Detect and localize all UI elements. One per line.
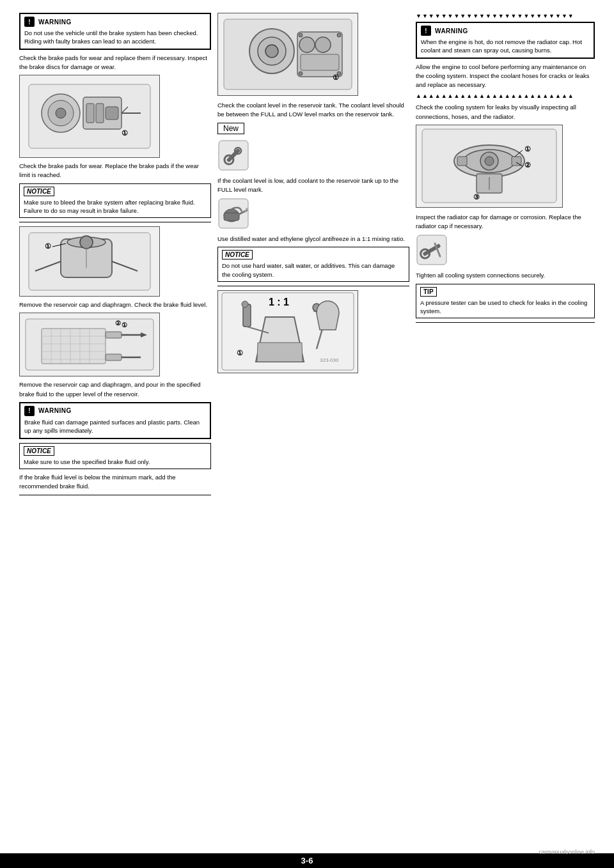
wrench-icon-1 [217,139,249,171]
svg-point-46 [299,33,303,37]
svg-point-41 [265,45,278,58]
pour-icon-box [217,198,409,231]
svg-rect-6 [96,104,104,123]
svg-text:1 : 1: 1 : 1 [269,297,289,307]
warning-title-3: WARNING [435,27,468,35]
warning-icon-3: ! [421,26,431,36]
body-text-left-1: Check the brake pads for wear and replac… [19,54,211,72]
svg-rect-45 [301,54,339,70]
svg-rect-57 [224,213,239,221]
column-middle: ① Check the coolant level in the reservo… [217,13,409,499]
separator-right [416,322,595,323]
svg-text:①: ① [122,129,128,137]
warning-header-3: ! WARNING [421,26,590,36]
tool-icon-box-2 [416,234,595,267]
radiator-cap-svg: ① ② ③ [419,126,560,206]
notice-text-1: Make sure to bleed the brake system afte… [24,198,207,215]
notice-header-1: NOTICE [24,187,207,196]
svg-text:①: ① [524,145,531,153]
warning-box-2: ! WARNING Brake fluid can damage painted… [19,402,211,439]
warning-icon-1: ! [24,17,35,27]
svg-point-65 [242,301,248,307]
svg-point-47 [337,33,341,37]
new-label-container: New [217,123,409,137]
notice-header-3: NOTICE [222,250,405,260]
page-number-bar: 3-6 [0,853,614,868]
column-left: ! WARNING Do not use the vehicle until t… [19,13,211,499]
column-right: ▼▼▼▼▼▼▼▼▼▼▼▼▼▼▼▼▼▼▼▼▼▼▼▼▼ ! WARNING When… [416,13,595,499]
page-container: ! WARNING Do not use the vehicle until t… [0,0,614,868]
tip-box: TIP A pressure tester can be used to che… [416,284,595,319]
warning-box-3: ! WARNING When the engine is hot, do not… [416,22,595,59]
watering-can-icon [217,198,249,229]
svg-rect-7 [106,107,118,120]
brake-caliper-svg: ① [22,78,157,155]
warning-title-2: WARNING [38,407,72,414]
notice-title-1: NOTICE [24,187,54,196]
main-content: ! WARNING Do not use the vehicle until t… [19,13,595,499]
svg-text:①: ① [122,322,127,329]
tool-icon-box-1 [217,139,409,173]
bucket-svg: 1 : 1 ① ② 323-030 [221,291,355,371]
notice-title-3: NOTICE [222,250,253,260]
svg-rect-32 [106,354,122,360]
notice-title-2: NOTICE [24,446,54,456]
separator-1 [19,222,211,222]
warning-title-1: WARNING [38,19,72,26]
triangle-decoration-top: ▼▼▼▼▼▼▼▼▼▼▼▼▼▼▼▼▼▼▼▼▼▼▼▼▼ [416,13,595,19]
svg-point-76 [485,157,494,166]
svg-point-60 [245,211,247,213]
svg-point-59 [246,208,248,210]
svg-text:①: ① [237,349,243,357]
svg-rect-5 [86,104,94,123]
tip-title: TIP [420,287,437,297]
page-number: 3-6 [301,856,313,865]
notice-header-2: NOTICE [24,446,207,456]
engine-svg: ① [221,16,355,93]
warning-text-1: Do not use the vehicle until the brake s… [24,29,206,46]
svg-rect-73 [457,157,467,166]
svg-text:323-030: 323-030 [320,357,339,363]
body-text-left-4: Remove the reservoir cap and diaphragm, … [19,380,211,399]
body-text-left-2: Check the brake pads for wear. Replace t… [19,162,211,180]
notice-box-1: NOTICE Make sure to bleed the brake syst… [19,183,211,219]
diagram-reservoir: ① [19,226,160,297]
warning-text-2: Brake fluid can damage painted surfaces … [24,418,206,435]
body-text-left-5: If the brake fluid level is below the mi… [19,473,211,492]
body-text-right-4: Tighten all cooling system connections s… [416,271,595,280]
warning-text-3: When the engine is hot, do not remove th… [421,38,590,55]
body-text-right-2: Check the cooling system for leaks by vi… [416,103,595,121]
separator-mid [217,286,409,286]
notice-box-3: NOTICE Do not use hard water, salt water… [217,247,409,282]
diagram-brake-caliper: ① [19,75,160,158]
warning-icon-2: ! [24,406,35,416]
svg-text:②: ② [524,161,531,169]
svg-text:①: ① [45,242,51,250]
notice-text-2: Make sure to use the specified brake flu… [24,458,207,466]
separator-2 [19,495,211,495]
body-text-right-3: Inspect the radiator cap for damage or c… [416,213,595,231]
body-text-right-1: Allow the engine to cool before performi… [416,63,595,90]
svg-point-44 [315,37,331,52]
svg-point-3 [56,108,66,118]
diagram-brake-line: ② ① [19,313,160,376]
diagram-radiator-cap: ① ② ③ [416,125,563,208]
warning-header-1: ! WARNING [24,17,206,27]
svg-text:③: ③ [473,193,480,201]
body-text-mid-2: If the coolant level is low, add coolant… [217,176,409,195]
diagram-engine: ① [217,13,358,96]
svg-text:②: ② [115,320,121,327]
notice-box-2: NOTICE Make sure to use the specified br… [19,443,211,469]
body-text-mid-1: Check the coolant level in the reservoir… [217,101,409,120]
svg-text:①: ① [333,74,339,81]
notice-text-3: Do not use hard water, salt water, or ad… [222,261,405,279]
triangle-decoration-bottom: ▲▲▲▲▲▲▲▲▲▲▲▲▲▲▲▲▲▲▲▲▲▲▲▲▲ [416,93,595,99]
body-text-mid-3: Use distilled water and ethylene glycol … [217,235,409,244]
tip-header: TIP [420,287,590,297]
body-text-left-3: Remove the reservoir cap and diaphragm. … [19,300,211,309]
warning-header-2: ! WARNING [24,406,206,416]
svg-point-48 [299,72,303,75]
wrench-icon-2 [416,234,448,266]
svg-point-14 [80,236,93,249]
warning-box-1: ! WARNING Do not use the vehicle until t… [19,13,211,50]
